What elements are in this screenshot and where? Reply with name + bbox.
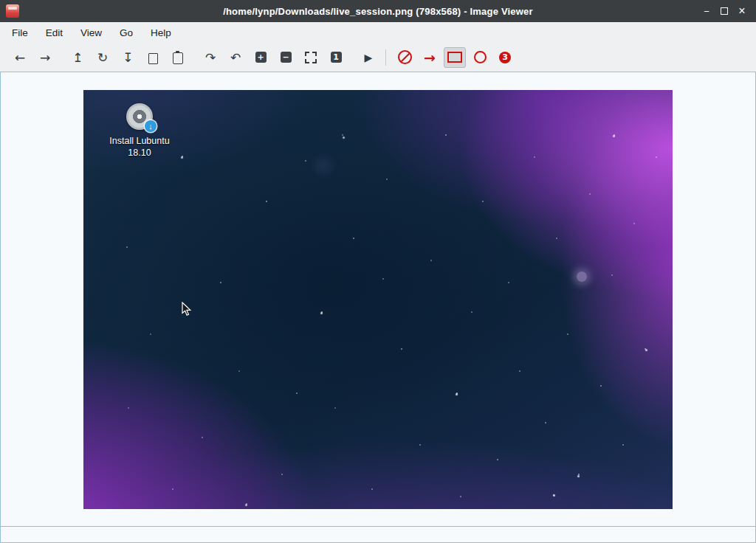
fit-to-window-button[interactable] — [300, 47, 322, 68]
desktop-icon-label-line1: Install Lubuntu — [99, 135, 180, 148]
image-viewer-window: /home/lynp/Downloads/live_session.png (7… — [0, 0, 756, 543]
save-icon: ↧ — [123, 50, 133, 65]
red-circle-icon — [474, 51, 487, 63]
rotate-clockwise-button[interactable]: ↷ — [199, 47, 221, 68]
play-icon: ▶ — [365, 52, 373, 63]
forward-icon: → — [40, 50, 50, 65]
minimize-button[interactable]: − — [700, 4, 713, 18]
viewer-frame: ↓ Install Lubuntu 18.10 — [0, 72, 756, 543]
open-file-button[interactable]: ↥ — [66, 47, 89, 68]
nebula-glow — [577, 272, 587, 282]
back-icon: ← — [15, 50, 25, 65]
actual-size-button[interactable]: 1 — [325, 47, 347, 68]
reload-button[interactable]: ↻ — [92, 47, 114, 68]
no-annotation-tool-button[interactable] — [394, 47, 416, 68]
maximize-icon — [721, 7, 728, 15]
toolbar: ← → ↥ ↻ ↧ ↷ ↶ + − 1 ▶ → 3 — [0, 43, 756, 72]
forward-button[interactable]: → — [34, 47, 56, 68]
window-title: /home/lynp/Downloads/live_session.png (7… — [0, 6, 756, 17]
number-annotation-tool-button[interactable]: 3 — [494, 47, 516, 68]
desktop-icon-label-line2: 18.10 — [99, 147, 180, 159]
image-canvas[interactable]: ↓ Install Lubuntu 18.10 — [1, 72, 755, 527]
maximize-button[interactable] — [718, 4, 731, 18]
zoom-out-icon: − — [281, 52, 292, 63]
status-bar — [1, 527, 755, 542]
mouse-cursor — [182, 302, 192, 317]
paste-icon — [173, 52, 183, 64]
reload-icon: ↻ — [97, 50, 108, 65]
image-viewer-app-icon — [6, 4, 19, 18]
menu-go[interactable]: Go — [111, 24, 142, 42]
save-button[interactable]: ↧ — [117, 47, 139, 68]
rotate-counterclockwise-button[interactable]: ↶ — [224, 47, 247, 68]
titlebar[interactable]: /home/lynp/Downloads/live_session.png (7… — [0, 0, 756, 22]
back-button[interactable]: ← — [9, 47, 31, 68]
circle-annotation-tool-button[interactable] — [469, 47, 491, 68]
toolbar-separator — [385, 49, 386, 66]
close-icon: × — [738, 5, 745, 17]
arrow-annotation-tool-button[interactable]: → — [419, 47, 441, 68]
red-arrow-icon: → — [424, 49, 436, 66]
zoom-in-icon: + — [255, 52, 267, 63]
copy-button[interactable] — [142, 47, 164, 68]
fit-to-window-icon — [305, 52, 317, 63]
menu-file[interactable]: File — [3, 24, 37, 42]
zoom-in-button[interactable]: + — [250, 47, 272, 68]
menu-edit[interactable]: Edit — [37, 24, 72, 42]
actual-size-icon: 1 — [331, 52, 342, 63]
window-controls: − × — [700, 4, 756, 18]
rectangle-annotation-tool-button[interactable] — [444, 47, 466, 68]
minimize-icon: − — [704, 6, 709, 17]
download-badge-icon: ↓ — [145, 120, 157, 132]
desktop-icon-label: Install Lubuntu 18.10 — [99, 135, 180, 160]
zoom-out-button[interactable]: − — [275, 47, 297, 68]
slideshow-play-button[interactable]: ▶ — [357, 47, 379, 68]
rotate-counterclockwise-icon: ↶ — [230, 50, 241, 65]
menu-view[interactable]: View — [72, 24, 111, 42]
menu-help[interactable]: Help — [142, 24, 180, 42]
rotate-clockwise-icon: ↷ — [205, 50, 216, 65]
cd-disc-icon: ↓ — [126, 103, 153, 130]
displayed-image: ↓ Install Lubuntu 18.10 — [83, 90, 673, 509]
number-badge-icon: 3 — [499, 52, 511, 63]
red-rectangle-icon — [447, 52, 462, 63]
paste-button[interactable] — [167, 47, 189, 68]
no-entry-icon — [398, 50, 412, 64]
menubar: File Edit View Go Help — [0, 22, 756, 43]
open-file-icon: ↥ — [72, 50, 83, 65]
copy-icon — [148, 53, 158, 64]
install-lubuntu-desktop-icon: ↓ Install Lubuntu 18.10 — [99, 103, 180, 160]
close-button[interactable]: × — [735, 4, 749, 18]
